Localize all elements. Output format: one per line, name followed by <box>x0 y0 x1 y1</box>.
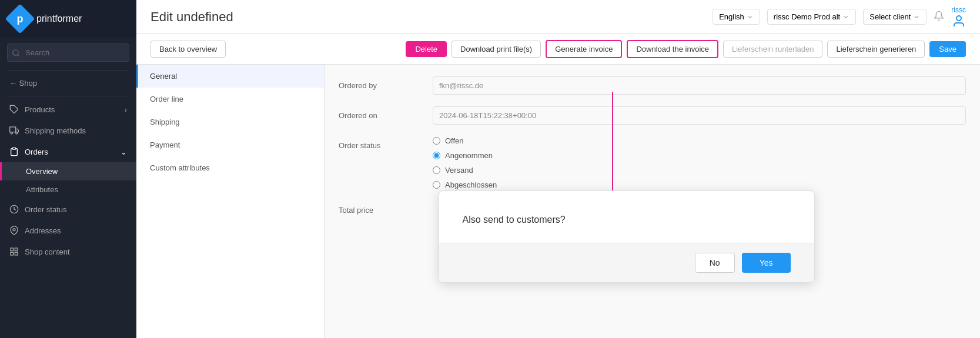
layout-icon <box>9 247 19 256</box>
svg-point-5 <box>11 132 12 134</box>
svg-rect-10 <box>11 248 14 251</box>
svg-line-1 <box>18 54 19 56</box>
svg-marker-4 <box>16 129 19 132</box>
tab-custom[interactable]: Custom attributes <box>136 156 324 179</box>
left-panel: General Order line Shipping Payment Cust… <box>136 65 325 338</box>
ordered-on-label: Ordered on <box>339 106 433 120</box>
sidebar-divider-2 <box>7 96 129 96</box>
page-title: Edit undefined <box>150 9 233 25</box>
tab-general[interactable]: General <box>136 65 324 88</box>
svg-rect-3 <box>10 127 16 132</box>
sidebar-item-orders[interactable]: Orders ⌄ <box>0 141 136 162</box>
svg-point-14 <box>956 16 961 21</box>
sidebar-item-shop-content[interactable]: Shop content <box>0 241 136 262</box>
ordered-on-value <box>433 106 966 125</box>
demo-select[interactable]: rissc Demo Prod alt <box>767 9 856 25</box>
sidebar-sub-item-attributes[interactable]: Attributes <box>0 180 136 199</box>
language-select[interactable]: English <box>713 9 760 25</box>
content-area: General Order line Shipping Payment Cust… <box>136 65 980 338</box>
radio-abgeschlossen-label: Abgeschlossen <box>445 180 497 189</box>
radio-versand[interactable]: Versand <box>433 166 966 175</box>
dialog-body: Also send to customers? <box>439 191 814 243</box>
back-to-overview-button[interactable]: Back to overview <box>150 41 226 58</box>
ordered-on-input[interactable] <box>433 106 966 125</box>
save-button[interactable]: Save <box>929 41 966 57</box>
chevron-right-icon: › <box>125 105 127 114</box>
download-invoice-button[interactable]: Download the invoice <box>627 40 718 58</box>
ordered-by-value <box>433 76 966 95</box>
language-label: English <box>719 12 744 21</box>
attributes-label: Attributes <box>26 185 58 194</box>
shop-link-label: ← Shop <box>9 79 37 88</box>
tab-shipping[interactable]: Shipping <box>136 111 324 133</box>
order-status-row: Order status Offen Angenommen Versand <box>339 136 966 189</box>
notification-bell-icon[interactable] <box>934 11 944 23</box>
radio-offen-label: Offen <box>445 136 464 145</box>
products-label: Products <box>25 105 55 114</box>
chevron-down-icon <box>842 14 849 21</box>
client-select[interactable]: Select client <box>863 9 927 25</box>
sidebar-item-products[interactable]: Products › <box>0 99 136 120</box>
sidebar: p printformer ← Shop Products › Shipping… <box>0 0 136 338</box>
delete-button[interactable]: Delete <box>406 41 447 57</box>
tab-payment-label: Payment <box>150 140 180 149</box>
sidebar-item-addresses[interactable]: Addresses <box>0 220 136 241</box>
truck-icon <box>9 126 19 135</box>
radio-angenommen[interactable]: Angenommen <box>433 151 966 160</box>
radio-angenommen-input[interactable] <box>433 152 440 159</box>
username-label: rissc <box>951 6 966 14</box>
main-content: Edit undefined English rissc Demo Prod a… <box>136 0 980 338</box>
svg-point-9 <box>13 229 15 231</box>
radio-offen-input[interactable] <box>433 137 440 145</box>
logo-text: printformer <box>36 14 82 24</box>
order-status-radios: Offen Angenommen Versand Abgeschlossen <box>433 136 966 189</box>
chevron-down-icon <box>913 14 920 21</box>
search-icon <box>12 49 20 57</box>
radio-versand-input[interactable] <box>433 166 440 174</box>
header-controls: English rissc Demo Prod alt Select clien… <box>713 6 966 28</box>
location-icon <box>9 226 19 235</box>
svg-rect-11 <box>15 248 18 251</box>
tab-orderline[interactable]: Order line <box>136 88 324 111</box>
shop-content-label: Shop content <box>25 247 70 256</box>
svg-rect-13 <box>11 252 14 255</box>
dialog-footer: No Yes <box>439 243 814 282</box>
svg-rect-12 <box>15 252 18 255</box>
clipboard-icon <box>9 147 19 156</box>
ordered-by-row: Ordered by <box>339 76 966 95</box>
ordered-by-label: Ordered by <box>339 76 433 90</box>
dialog-no-button[interactable]: No <box>695 253 735 273</box>
client-label: Select client <box>869 12 911 21</box>
generate-invoice-button[interactable]: Generate invoice <box>546 40 622 58</box>
download-print-button[interactable]: Download print file(s) <box>451 41 541 58</box>
shop-link[interactable]: ← Shop <box>0 73 136 93</box>
dialog-yes-button[interactable]: Yes <box>742 253 791 273</box>
lieferschein-generieren-button[interactable]: Lieferschein generieren <box>827 41 925 58</box>
sidebar-item-shipping[interactable]: Shipping methods <box>0 120 136 141</box>
send-customers-dialog: Also send to customers? No Yes <box>439 190 815 283</box>
radio-versand-label: Versand <box>445 166 473 175</box>
toolbar: Back to overview Delete Download print f… <box>136 34 980 65</box>
svg-point-0 <box>13 49 18 55</box>
chevron-down-icon <box>747 14 754 21</box>
addresses-label: Addresses <box>25 226 61 235</box>
sidebar-item-order-status[interactable]: Order status <box>0 199 136 220</box>
radio-abgeschlossen[interactable]: Abgeschlossen <box>433 180 966 189</box>
lieferschein-runterladen-button[interactable]: Lieferschein runterladen <box>723 41 822 58</box>
ordered-by-input[interactable] <box>433 76 966 95</box>
shipping-label: Shipping methods <box>25 126 86 135</box>
radio-offen[interactable]: Offen <box>433 136 966 145</box>
overview-label: Overview <box>26 167 58 176</box>
search-input[interactable] <box>7 43 129 62</box>
sidebar-sub-item-overview[interactable]: Overview <box>0 162 136 180</box>
tab-navigation: General Order line Shipping Payment Cust… <box>136 65 324 179</box>
tab-payment[interactable]: Payment <box>136 133 324 156</box>
svg-rect-7 <box>12 148 15 149</box>
search-container <box>0 38 136 68</box>
total-price-label: Total price <box>339 201 433 215</box>
sidebar-divider <box>7 70 129 71</box>
user-area[interactable]: rissc <box>951 6 966 28</box>
tab-custom-label: Custom attributes <box>150 163 210 172</box>
radio-abgeschlossen-input[interactable] <box>433 181 440 189</box>
top-header: Edit undefined English rissc Demo Prod a… <box>136 0 980 34</box>
